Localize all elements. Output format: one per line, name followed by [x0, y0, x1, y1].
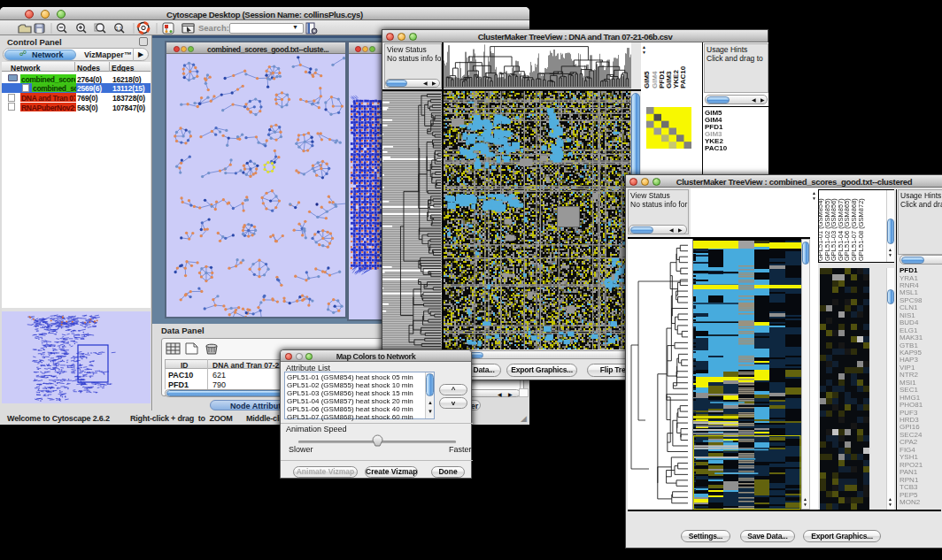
svg-text:1:1: 1:1	[116, 26, 122, 31]
